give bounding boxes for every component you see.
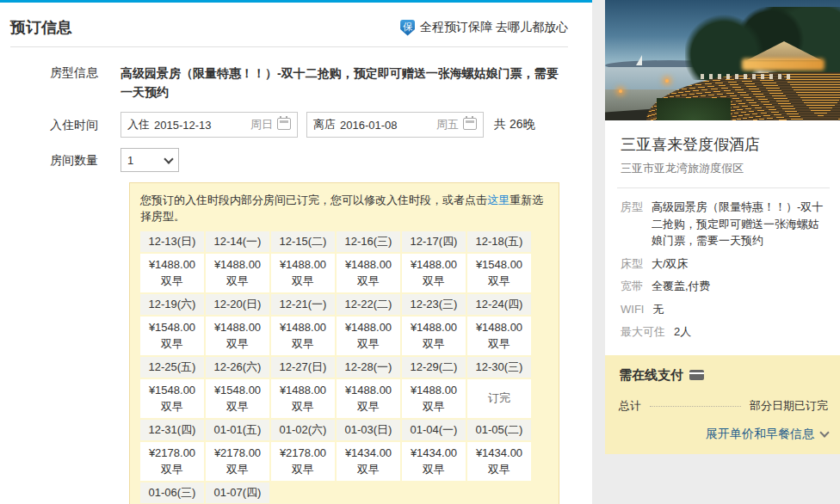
hotel-info-card: 三亚喜来登度假酒店 三亚市亚龙湾旅游度假区 房型 高级园景房（限量特惠！！）-双… <box>605 120 840 355</box>
calendar-price-cell: ¥1488.00双早 <box>206 254 269 292</box>
calendar-date-cell: 12-26(六) <box>206 357 269 378</box>
room-quantity-select[interactable]: 1 <box>120 148 179 172</box>
calendar-price-cell: ¥1548.00双早 <box>467 254 531 292</box>
reselect-room-link[interactable]: 这里 <box>487 194 510 206</box>
checkin-prefix: 入住 <box>127 117 150 132</box>
calendar-date-cell: 12-28(一) <box>337 357 400 378</box>
guarantee-badge[interactable]: 保 全程预订保障 去哪儿都放心 <box>400 20 568 36</box>
calendar-price-cell: ¥1548.00双早 <box>206 379 269 418</box>
hotel-detail-row: WIFI 无 <box>621 301 830 318</box>
calendar-price-cell: ¥1488.00双早 <box>337 317 400 355</box>
hotel-detail-row: 宽带 全覆盖,付费 <box>621 278 830 295</box>
room-quantity-value: 1 <box>127 154 133 167</box>
detail-label-room-type: 房型 <box>621 199 643 249</box>
calendar-price-cell: ¥2178.00双早 <box>206 442 269 481</box>
calendar-price-cell: ¥1488.00双早 <box>402 254 466 292</box>
panel-header: 预订信息 保 全程预订保障 去哪儿都放心 <box>0 3 592 38</box>
hotel-sidebar: 三亚喜来登度假酒店 三亚市亚龙湾旅游度假区 房型 高级园景房（限量特惠！！）-双… <box>605 0 840 504</box>
chevron-down-icon <box>164 154 173 163</box>
availability-notice-text: 您预订的入住时段内部分房间已订完，您可以修改入住时段，或者点击这里重新选择房型。 <box>140 193 548 224</box>
detail-value-room-type: 高级园景房（限量特惠！！）-双十二抢购，预定即可赠送一张海螺姑娘门票，需要一天预… <box>652 199 830 249</box>
chevron-down-icon <box>819 427 829 437</box>
panel-gap <box>592 0 605 504</box>
calendar-date-cell: 01-01(五) <box>206 420 269 440</box>
calendar-date-cell: 12-16(三) <box>337 231 400 252</box>
calendar-date-cell: 12-25(五) <box>140 357 204 378</box>
calendar-date-cell: 01-07(四) <box>206 482 269 503</box>
availability-notice-box: 您预订的入住时段内部分房间已订完，您可以修改入住时段，或者点击这里重新选择房型。… <box>129 182 559 504</box>
shield-icon: 保 <box>400 20 415 36</box>
room-type-label: 房型信息 <box>50 65 120 101</box>
detail-label-broadband: 宽带 <box>621 278 643 295</box>
card-divider <box>617 187 830 188</box>
hotel-name: 三亚喜来登度假酒店 <box>621 134 830 155</box>
calendar-date-cell: 12-30(三) <box>467 357 531 378</box>
photo-torch <box>665 79 669 83</box>
total-label: 总计 <box>619 398 641 414</box>
detail-value-bed-type: 大/双床 <box>652 255 830 273</box>
calendar-price-cell: ¥1434.00双早 <box>337 442 400 481</box>
calendar-icon <box>277 118 291 130</box>
total-nights: 共 26晚 <box>494 117 534 132</box>
room-quantity-row: 房间数量 1 <box>0 148 592 172</box>
calendar-date-cell: 12-20(日) <box>206 294 269 315</box>
expand-row: 展开单价和早餐信息 <box>619 427 828 442</box>
stay-dates-row: 入住时间 入住 2015-12-13 周日 离店 2016-01-08 周五 共… <box>0 112 592 138</box>
calendar-date-cell: 01-03(日) <box>337 420 400 440</box>
booking-info-panel: 预订信息 保 全程预订保障 去哪儿都放心 房型信息 高级园景房（限量特惠！！）-… <box>0 0 592 504</box>
bank-card-icon <box>689 370 704 380</box>
detail-value-wifi: 无 <box>652 301 830 318</box>
header-divider <box>10 46 568 47</box>
detail-value-broadband: 全覆盖,付费 <box>652 278 830 295</box>
calendar-date-cell: 12-18(五) <box>467 231 531 252</box>
calendar-price-cell: ¥1488.00双早 <box>467 317 531 355</box>
calendar-date-cell: 01-06(三) <box>140 482 204 503</box>
dotted-leader <box>650 406 741 407</box>
calendar-date-cell: 12-24(四) <box>467 294 531 315</box>
calendar-price-cell: ¥1488.00双早 <box>337 379 400 418</box>
checkin-date-value: 2015-12-13 <box>154 119 212 132</box>
calendar-date-cell: 12-31(四) <box>140 420 204 440</box>
calendar-date-cell: 12-17(四) <box>402 231 466 252</box>
hotel-detail-row: 房型 高级园景房（限量特惠！！）-双十二抢购，预定即可赠送一张海螺姑娘门票，需要… <box>621 199 830 249</box>
page-title: 预订信息 <box>10 17 72 38</box>
photo-torch <box>619 89 622 93</box>
detail-value-max-occupancy: 2人 <box>674 323 830 341</box>
payment-title: 需在线支付 <box>619 367 683 384</box>
detail-label-wifi: WIFI <box>621 301 644 318</box>
hotel-detail-row: 最大可住 2人 <box>621 323 830 341</box>
guarantee-text: 全程预订保障 去哪儿都放心 <box>420 20 568 35</box>
calendar-price-cell: ¥1488.00双早 <box>271 254 335 292</box>
checkin-weekday: 周日 <box>250 117 273 132</box>
room-type-row: 房型信息 高级园景房（限量特惠！！）-双十二抢购，预定即可赠送一张海螺姑娘门票，… <box>0 65 592 101</box>
hotel-address: 三亚市亚龙湾旅游度假区 <box>621 161 830 176</box>
notice-text-before: 您预订的入住时段内部分房间已订完，您可以修改入住时段，或者点击 <box>140 194 487 206</box>
calendar-date-cell: 12-13(日) <box>140 231 204 252</box>
payment-title-row: 需在线支付 <box>619 367 828 384</box>
room-quantity-label: 房间数量 <box>50 152 120 169</box>
expand-price-breakfast-link[interactable]: 展开单价和早餐信息 <box>706 427 814 442</box>
photo-chairs <box>701 74 795 79</box>
hotel-photo <box>605 0 840 120</box>
detail-label-max-occupancy: 最大可住 <box>621 323 665 341</box>
calendar-price-cell: ¥1488.00双早 <box>140 254 204 292</box>
calendar-price-cell: ¥1488.00双早 <box>402 379 466 418</box>
calendar-price-cell: ¥1488.00双早 <box>337 254 400 292</box>
total-status: 部分日期已订完 <box>750 398 828 414</box>
booking-page: 预订信息 保 全程预订保障 去哪儿都放心 房型信息 高级园景房（限量特惠！！）-… <box>0 0 840 504</box>
calendar-date-cell: 12-27(日) <box>271 357 335 378</box>
calendar-date-cell: 12-22(二) <box>337 294 400 315</box>
sidebar-filler <box>605 454 840 504</box>
calendar-price-cell: ¥1434.00双早 <box>467 442 531 481</box>
price-calendar-table: 12-13(日)12-14(一)12-15(二)12-16(三)12-17(四)… <box>139 230 533 504</box>
checkin-date-input[interactable]: 入住 2015-12-13 周日 <box>120 112 298 138</box>
checkout-prefix: 离店 <box>313 117 336 132</box>
hotel-detail-row: 床型 大/双床 <box>621 255 830 273</box>
room-type-value: 高级园景房（限量特惠！！）-双十二抢购，预定即可赠送一张海螺姑娘门票，需要一天预… <box>120 65 564 101</box>
checkout-date-input[interactable]: 离店 2016-01-08 周五 <box>306 112 484 138</box>
detail-label-bed-type: 床型 <box>621 255 643 273</box>
calendar-date-cell: 12-15(二) <box>271 231 335 252</box>
calendar-icon <box>463 118 477 130</box>
calendar-price-cell: ¥1548.00双早 <box>140 317 204 355</box>
calendar-date-cell: 01-04(一) <box>402 420 466 440</box>
